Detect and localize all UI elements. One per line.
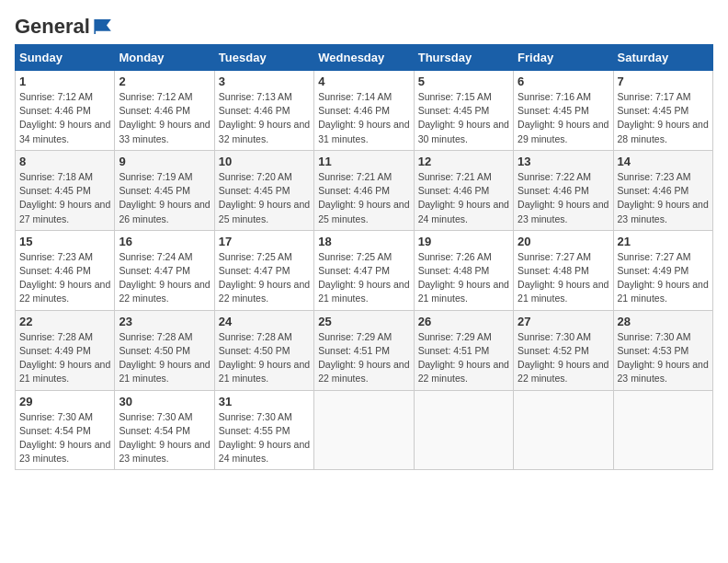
calendar-week-row: 15 Sunrise: 7:23 AM Sunset: 4:46 PM Dayl… <box>16 230 713 310</box>
calendar-cell: 5 Sunrise: 7:15 AM Sunset: 4:45 PM Dayli… <box>414 71 513 151</box>
daylight-label: Daylight: 9 hours and 21 minutes. <box>618 279 709 304</box>
day-info: Sunrise: 7:17 AM Sunset: 4:45 PM Dayligh… <box>618 90 709 146</box>
logo: General <box>15 15 114 35</box>
sunrise-label: Sunrise: 7:16 AM <box>518 91 591 102</box>
col-tuesday: Tuesday <box>214 45 313 71</box>
day-number: 11 <box>318 155 409 168</box>
sunrise-label: Sunrise: 7:19 AM <box>119 171 192 182</box>
calendar-week-row: 1 Sunrise: 7:12 AM Sunset: 4:46 PM Dayli… <box>16 71 713 151</box>
calendar-cell: 27 Sunrise: 7:30 AM Sunset: 4:52 PM Dayl… <box>514 310 613 390</box>
daylight-label: Daylight: 9 hours and 23 minutes. <box>119 439 210 464</box>
page-header: General <box>15 15 713 35</box>
calendar-cell: 8 Sunrise: 7:18 AM Sunset: 4:45 PM Dayli… <box>16 150 115 230</box>
calendar-cell: 11 Sunrise: 7:21 AM Sunset: 4:46 PM Dayl… <box>314 150 414 230</box>
sunset-label: Sunset: 4:45 PM <box>19 185 91 196</box>
day-info: Sunrise: 7:28 AM Sunset: 4:50 PM Dayligh… <box>219 330 310 386</box>
sunset-label: Sunset: 4:46 PM <box>618 185 689 196</box>
sunset-label: Sunset: 4:47 PM <box>219 265 290 276</box>
day-info: Sunrise: 7:27 AM Sunset: 4:49 PM Dayligh… <box>618 250 709 306</box>
sunrise-label: Sunrise: 7:21 AM <box>418 171 492 182</box>
day-info: Sunrise: 7:21 AM Sunset: 4:46 PM Dayligh… <box>318 170 409 226</box>
day-number: 25 <box>318 315 409 328</box>
calendar-cell: 22 Sunrise: 7:28 AM Sunset: 4:49 PM Dayl… <box>16 310 115 390</box>
daylight-label: Daylight: 9 hours and 22 minutes. <box>19 279 110 304</box>
sunset-label: Sunset: 4:49 PM <box>19 345 91 356</box>
calendar-cell <box>414 390 513 470</box>
sunset-label: Sunset: 4:46 PM <box>19 265 91 276</box>
day-number: 1 <box>19 75 110 88</box>
calendar-cell: 25 Sunrise: 7:29 AM Sunset: 4:51 PM Dayl… <box>314 310 414 390</box>
daylight-label: Daylight: 9 hours and 23 minutes. <box>518 199 609 224</box>
calendar-week-row: 29 Sunrise: 7:30 AM Sunset: 4:54 PM Dayl… <box>16 390 713 470</box>
calendar-cell: 28 Sunrise: 7:30 AM Sunset: 4:53 PM Dayl… <box>613 310 712 390</box>
sunrise-label: Sunrise: 7:12 AM <box>19 91 93 102</box>
sunset-label: Sunset: 4:48 PM <box>518 265 589 276</box>
day-number: 26 <box>418 315 509 328</box>
day-info: Sunrise: 7:22 AM Sunset: 4:46 PM Dayligh… <box>518 170 609 226</box>
daylight-label: Daylight: 9 hours and 21 minutes. <box>518 279 609 304</box>
daylight-label: Daylight: 9 hours and 22 minutes. <box>518 359 609 384</box>
sunset-label: Sunset: 4:54 PM <box>119 425 190 436</box>
daylight-label: Daylight: 9 hours and 22 minutes. <box>418 359 509 384</box>
day-info: Sunrise: 7:15 AM Sunset: 4:45 PM Dayligh… <box>418 90 509 146</box>
sunrise-label: Sunrise: 7:30 AM <box>518 331 591 342</box>
sunset-label: Sunset: 4:50 PM <box>219 345 290 356</box>
day-info: Sunrise: 7:30 AM Sunset: 4:52 PM Dayligh… <box>518 330 609 386</box>
sunrise-label: Sunrise: 7:30 AM <box>119 411 192 422</box>
calendar-cell: 7 Sunrise: 7:17 AM Sunset: 4:45 PM Dayli… <box>613 71 712 151</box>
day-info: Sunrise: 7:25 AM Sunset: 4:47 PM Dayligh… <box>318 250 409 306</box>
daylight-label: Daylight: 9 hours and 30 minutes. <box>418 119 509 144</box>
sunrise-label: Sunrise: 7:21 AM <box>318 171 392 182</box>
sunset-label: Sunset: 4:46 PM <box>219 105 290 116</box>
col-friday: Friday <box>514 45 613 71</box>
calendar-week-row: 22 Sunrise: 7:28 AM Sunset: 4:49 PM Dayl… <box>16 310 713 390</box>
col-thursday: Thursday <box>414 45 513 71</box>
day-number: 6 <box>518 75 609 88</box>
calendar-cell: 2 Sunrise: 7:12 AM Sunset: 4:46 PM Dayli… <box>115 71 214 151</box>
sunrise-label: Sunrise: 7:28 AM <box>19 331 93 342</box>
daylight-label: Daylight: 9 hours and 21 minutes. <box>119 359 210 384</box>
day-info: Sunrise: 7:25 AM Sunset: 4:47 PM Dayligh… <box>219 250 310 306</box>
sunrise-label: Sunrise: 7:17 AM <box>618 91 691 102</box>
sunrise-label: Sunrise: 7:12 AM <box>119 91 192 102</box>
day-number: 5 <box>418 75 509 88</box>
col-saturday: Saturday <box>613 45 712 71</box>
calendar-cell: 10 Sunrise: 7:20 AM Sunset: 4:45 PM Dayl… <box>214 150 313 230</box>
daylight-label: Daylight: 9 hours and 24 minutes. <box>219 439 310 464</box>
sunset-label: Sunset: 4:48 PM <box>418 265 490 276</box>
daylight-label: Daylight: 9 hours and 25 minutes. <box>318 199 409 224</box>
sunrise-label: Sunrise: 7:30 AM <box>19 411 93 422</box>
day-info: Sunrise: 7:30 AM Sunset: 4:53 PM Dayligh… <box>618 330 709 386</box>
calendar-cell: 26 Sunrise: 7:29 AM Sunset: 4:51 PM Dayl… <box>414 310 513 390</box>
sunrise-label: Sunrise: 7:27 AM <box>518 251 591 262</box>
day-number: 3 <box>219 75 310 88</box>
calendar-cell: 24 Sunrise: 7:28 AM Sunset: 4:50 PM Dayl… <box>214 310 313 390</box>
day-info: Sunrise: 7:12 AM Sunset: 4:46 PM Dayligh… <box>119 90 210 146</box>
sunset-label: Sunset: 4:54 PM <box>19 425 91 436</box>
calendar-cell: 12 Sunrise: 7:21 AM Sunset: 4:46 PM Dayl… <box>414 150 513 230</box>
sunrise-label: Sunrise: 7:27 AM <box>618 251 691 262</box>
sunrise-label: Sunrise: 7:29 AM <box>418 331 492 342</box>
day-number: 14 <box>618 155 709 168</box>
svg-marker-1 <box>95 19 111 31</box>
calendar-cell: 18 Sunrise: 7:25 AM Sunset: 4:47 PM Dayl… <box>314 230 414 310</box>
calendar-cell: 17 Sunrise: 7:25 AM Sunset: 4:47 PM Dayl… <box>214 230 313 310</box>
calendar-cell: 16 Sunrise: 7:24 AM Sunset: 4:47 PM Dayl… <box>115 230 214 310</box>
daylight-label: Daylight: 9 hours and 25 minutes. <box>219 199 310 224</box>
logo-flag-icon <box>92 16 114 38</box>
day-info: Sunrise: 7:19 AM Sunset: 4:45 PM Dayligh… <box>119 170 210 226</box>
sunset-label: Sunset: 4:52 PM <box>518 345 589 356</box>
sunset-label: Sunset: 4:49 PM <box>618 265 689 276</box>
sunrise-label: Sunrise: 7:22 AM <box>518 171 591 182</box>
sunrise-label: Sunrise: 7:28 AM <box>219 331 292 342</box>
daylight-label: Daylight: 9 hours and 22 minutes. <box>219 279 310 304</box>
daylight-label: Daylight: 9 hours and 21 minutes. <box>318 279 409 304</box>
calendar-cell: 15 Sunrise: 7:23 AM Sunset: 4:46 PM Dayl… <box>16 230 115 310</box>
sunrise-label: Sunrise: 7:30 AM <box>219 411 292 422</box>
calendar-cell <box>314 390 414 470</box>
day-info: Sunrise: 7:18 AM Sunset: 4:45 PM Dayligh… <box>19 170 110 226</box>
calendar-table: Sunday Monday Tuesday Wednesday Thursday… <box>15 44 713 470</box>
sunrise-label: Sunrise: 7:14 AM <box>318 91 392 102</box>
day-info: Sunrise: 7:28 AM Sunset: 4:50 PM Dayligh… <box>119 330 210 386</box>
sunset-label: Sunset: 4:45 PM <box>418 105 490 116</box>
